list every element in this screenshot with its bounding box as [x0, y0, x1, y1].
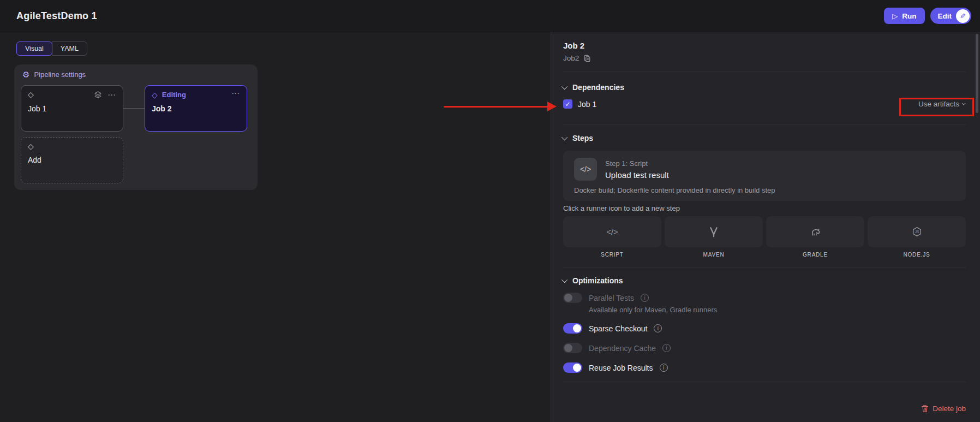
- steps-section-header[interactable]: Steps: [563, 134, 966, 142]
- use-artifacts-dropdown[interactable]: Use artifacts: [918, 100, 966, 108]
- dependencies-title: Dependencies: [572, 83, 624, 92]
- parallel-tests-row: Parallel Tests i: [563, 293, 966, 303]
- pipeline-settings-label: Pipeline settings: [34, 70, 86, 79]
- trash-icon: [921, 405, 929, 413]
- info-icon[interactable]: i: [654, 324, 662, 332]
- dependencies-section-header[interactable]: Dependencies: [563, 83, 966, 92]
- nodejs-hexagon-icon: JS: [912, 227, 922, 237]
- dependency-job-label: Job 1: [578, 100, 596, 109]
- runner-nodejs[interactable]: JS NODE.JS: [868, 216, 966, 258]
- sparse-checkout-toggle[interactable]: [563, 323, 582, 334]
- dependency-job1-checkbox-row[interactable]: ✓ Job 1: [563, 99, 596, 109]
- steps-section: Steps </> Step 1: Script Upload test res…: [563, 125, 966, 268]
- layers-icon: [94, 91, 102, 99]
- pipeline-settings-button[interactable]: ⚙ Pipeline settings: [22, 70, 86, 79]
- info-icon[interactable]: i: [662, 344, 671, 352]
- runner-script[interactable]: </> SCRIPT: [563, 216, 661, 258]
- run-button-label: Run: [902, 12, 916, 20]
- pipeline-canvas: Visual YAML ⚙ Pipeline settings ◇: [0, 32, 551, 422]
- delete-job-button[interactable]: Delete job: [921, 405, 966, 413]
- parallel-tests-label: Parallel Tests: [589, 294, 634, 302]
- script-runner-icon: </>: [606, 227, 618, 236]
- runner-script-label: SCRIPT: [601, 252, 623, 258]
- maven-icon: [709, 227, 719, 237]
- runner-nodejs-label: NODE.JS: [904, 252, 930, 258]
- delete-job-label: Delete job: [933, 405, 966, 413]
- panel-scrollbar-thumb[interactable]: [976, 34, 978, 113]
- reuse-job-results-label: Reuse Job Results: [589, 364, 653, 372]
- job2-card-name: Job 2: [152, 104, 240, 113]
- pipeline-editor-app: AgileTestDemo 1 ▷ Run Edit ✎ Visual YAML…: [0, 0, 980, 422]
- edit-button-label: Edit: [938, 12, 952, 20]
- optimizations-section: Optimizations Parallel Tests i Available…: [563, 268, 966, 382]
- sparse-checkout-row: Sparse Checkout i: [563, 323, 966, 334]
- job-id: Job2: [563, 54, 579, 62]
- reuse-job-results-toggle[interactable]: [563, 362, 582, 373]
- job-details-header: Job 2 Job2: [563, 32, 966, 72]
- gradle-elephant-icon: [810, 227, 821, 236]
- job-card-job1[interactable]: ◇ ⋯ Job 1: [21, 85, 123, 132]
- dependency-cache-row: Dependency Cache i: [563, 343, 966, 353]
- job-card-job2[interactable]: ◇ Editing ⋯ Job 2: [145, 85, 247, 132]
- svg-text:JS: JS: [915, 230, 918, 234]
- step-type: Step 1: Script: [605, 159, 669, 168]
- top-bar: AgileTestDemo 1 ▷ Run Edit ✎: [0, 0, 980, 32]
- edit-button[interactable]: Edit ✎: [930, 8, 972, 24]
- diamond-icon: ◇: [28, 91, 34, 98]
- chevron-down-icon: [561, 134, 567, 140]
- job1-card-name: Job 1: [28, 104, 116, 113]
- dependencies-section: Dependencies ✓ Job 1 Use artifacts: [563, 72, 966, 125]
- job-details-panel: Job 2 Job2 Dependencies ✓: [551, 32, 980, 422]
- use-artifacts-label: Use artifacts: [918, 100, 959, 108]
- runner-maven-label: MAVEN: [703, 252, 725, 258]
- chevron-down-icon: [561, 84, 567, 90]
- runner-gradle[interactable]: GRADLE: [766, 216, 864, 258]
- runner-grid: </> SCRIPT MAVEN: [563, 216, 966, 258]
- optimizations-section-header[interactable]: Optimizations: [563, 276, 966, 285]
- pencil-icon: ✎: [956, 9, 970, 23]
- run-button[interactable]: ▷ Run: [884, 8, 924, 24]
- info-icon[interactable]: i: [641, 294, 649, 302]
- chevron-down-icon: [962, 102, 966, 105]
- optimizations-title: Optimizations: [572, 276, 623, 285]
- runner-maven[interactable]: MAVEN: [665, 216, 763, 258]
- tab-visual[interactable]: Visual: [16, 41, 52, 56]
- diamond-icon: ◇: [152, 91, 158, 99]
- copy-icon[interactable]: [583, 55, 591, 62]
- play-icon: ▷: [892, 12, 898, 20]
- script-step-icon: </>: [574, 158, 597, 181]
- dependency-cache-label: Dependency Cache: [589, 344, 656, 353]
- dependency-row: ✓ Job 1 Use artifacts: [563, 99, 966, 109]
- diamond-icon: ◇: [28, 142, 34, 150]
- job-details-footer: Delete job: [563, 382, 966, 421]
- step-name: Upload test result: [605, 170, 669, 180]
- step-card[interactable]: </> Step 1: Script Upload test result Do…: [563, 151, 966, 201]
- gear-icon: ⚙: [22, 70, 29, 79]
- step-description: Docker build; Dockerfile content provide…: [574, 186, 955, 194]
- editing-badge: Editing: [162, 91, 186, 99]
- parallel-tests-note: Available only for Maven, Gradle runners: [589, 306, 966, 314]
- job-connector-line: [123, 108, 145, 109]
- chevron-down-icon: [561, 277, 567, 283]
- info-icon[interactable]: i: [660, 364, 668, 372]
- view-mode-toggle: Visual YAML: [16, 41, 87, 56]
- parallel-tests-toggle[interactable]: [563, 293, 582, 303]
- steps-title: Steps: [572, 134, 593, 142]
- job1-more-menu-icon[interactable]: ⋯: [107, 92, 116, 97]
- runner-gradle-label: GRADLE: [803, 252, 828, 258]
- sparse-checkout-label: Sparse Checkout: [589, 324, 647, 333]
- job1-checkbox[interactable]: ✓: [563, 99, 572, 109]
- pipeline-settings-panel: ⚙ Pipeline settings ◇ ⋯: [14, 64, 258, 190]
- job-title: Job 2: [563, 41, 966, 50]
- page-title: AgileTestDemo 1: [16, 10, 97, 22]
- job2-more-menu-icon[interactable]: ⋯: [231, 91, 240, 96]
- tab-yaml[interactable]: YAML: [52, 41, 87, 56]
- dependency-cache-toggle[interactable]: [563, 343, 582, 353]
- header-actions: ▷ Run Edit ✎: [884, 8, 971, 24]
- add-job-label: Add: [28, 156, 116, 164]
- runner-hint: Click a runner icon to add a new step: [563, 204, 966, 212]
- add-job-card[interactable]: ◇ Add: [21, 137, 123, 183]
- reuse-job-results-row: Reuse Job Results i: [563, 362, 966, 373]
